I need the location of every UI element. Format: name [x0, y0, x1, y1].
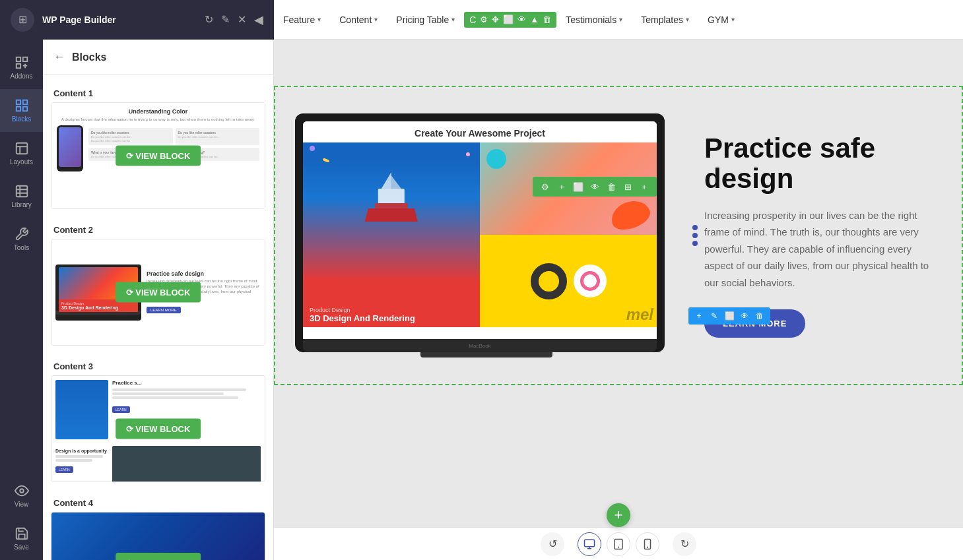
col-delete-icon[interactable]: 🗑 — [753, 309, 766, 323]
svg-rect-2 — [16, 64, 20, 68]
sidebar-item-addons[interactable]: Addons — [0, 46, 43, 89]
sidebar-addons-label: Addons — [11, 73, 33, 80]
chevron-icon: ▾ — [317, 16, 321, 23]
block-item-3[interactable]: Practice s... LEARN — [51, 375, 265, 482]
svg-marker-15 — [382, 172, 391, 189]
undo-button[interactable]: ↺ — [541, 532, 564, 556]
section-eye-icon[interactable]: 👁 — [587, 179, 602, 194]
svg-rect-9 — [16, 143, 27, 154]
section-copy-icon[interactable]: ⬜ — [571, 179, 585, 194]
app-title: WP Page Builder — [42, 15, 116, 25]
nav-content[interactable]: Content ▾ — [330, 9, 387, 30]
mobile-button[interactable] — [636, 532, 659, 556]
nav-up-icon[interactable]: ▲ — [530, 15, 539, 24]
laptop-title: Create Your Awesome Project — [312, 128, 648, 139]
section-toolbar: ⚙ + ⬜ 👁 🗑 ⊞ + — [533, 177, 657, 197]
section-body: Increasing prosperity in our lives can b… — [704, 207, 942, 292]
section-add-icon[interactable]: + — [554, 179, 569, 194]
svg-rect-19 — [585, 540, 595, 547]
section-expand-icon[interactable]: + — [637, 179, 651, 194]
image-title: 3D Design And Rendering — [310, 313, 473, 323]
svg-rect-7 — [16, 107, 20, 111]
laptop-screen-images: Product Design 3D Design And Rendering — [303, 142, 657, 327]
section-title-2: Content 2 — [51, 220, 265, 239]
block-item-4[interactable]: ⟳ VIEW BLOCK — [51, 512, 265, 560]
section-layout-icon[interactable]: ⊞ — [620, 179, 635, 194]
nav-testimonials[interactable]: Testimonials ▾ — [556, 9, 632, 30]
redo-button[interactable]: ↻ — [673, 532, 696, 556]
svg-rect-5 — [16, 100, 20, 104]
blocks-list: Content 1 Understanding Color A designer… — [43, 75, 273, 560]
section-content: Create Your Awesome Project — [275, 87, 962, 384]
view-block-btn-3[interactable]: ⟳ VIEW BLOCK — [116, 419, 201, 439]
desktop-button[interactable] — [578, 532, 601, 556]
block-preview-2: Product Design 3D Design And Rendering P… — [51, 239, 265, 345]
section-delete-icon[interactable]: 🗑 — [604, 179, 618, 194]
laptop-base — [303, 339, 657, 352]
sidebar-item-layouts[interactable]: Layouts — [0, 132, 43, 175]
view-block-btn-4[interactable]: ⟳ VIEW BLOCK — [116, 553, 201, 560]
sidebar-item-blocks[interactable]: Blocks — [0, 89, 43, 132]
section-heading: Practice safe design — [704, 133, 942, 194]
sidebar-item-tools[interactable]: Tools — [0, 218, 43, 261]
section-settings-icon[interactable]: ⚙ — [538, 179, 552, 194]
tablet-button[interactable] — [607, 532, 630, 556]
view-block-btn-1[interactable]: ⟳ VIEW BLOCK — [116, 146, 201, 166]
svg-point-13 — [20, 489, 24, 493]
col-add-icon[interactable]: + — [692, 309, 706, 323]
nav-templates[interactable]: Templates ▾ — [632, 9, 698, 30]
view-block-btn-2[interactable]: ⟳ VIEW BLOCK — [116, 282, 201, 303]
sidebar-item-library[interactable]: Library — [0, 175, 43, 218]
blocks-title: Blocks — [72, 51, 106, 63]
add-section-button[interactable]: + — [607, 503, 630, 527]
laptop-stand — [420, 352, 552, 358]
nav-gym[interactable]: GYM ▾ — [698, 9, 744, 30]
nav-delete-icon[interactable]: 🗑 — [543, 15, 551, 24]
col-eye-icon[interactable]: 👁 — [738, 309, 751, 323]
sidebar-tools-label: Tools — [14, 244, 29, 251]
refresh-icon[interactable]: ↻ — [205, 13, 213, 26]
chevron-icon: ▾ — [619, 16, 622, 23]
chevron-icon: ▾ — [374, 16, 378, 23]
collapse-icon[interactable]: ◀ — [254, 13, 263, 27]
app-logo: ⊞ — [11, 8, 34, 32]
laptop-img-ship: Product Design 3D Design And Rendering — [303, 142, 480, 327]
block-item-2[interactable]: Product Design 3D Design And Rendering P… — [51, 239, 265, 346]
block-item-1[interactable]: Understanding Color A designer knows tha… — [51, 102, 265, 209]
nav-copy-icon[interactable]: ⬜ — [503, 15, 514, 24]
close-icon[interactable]: ✕ — [238, 13, 246, 26]
nav-eye-icon[interactable]: 👁 — [517, 15, 526, 24]
canvas-area: ⚙ + ⬜ 👁 🗑 ⊞ + + ✎ ⬜ 👁 🗑 — [274, 40, 963, 560]
nav-pricing-table[interactable]: Pricing Table ▾ — [387, 9, 464, 30]
sidebar-layouts-label: Layouts — [10, 158, 33, 166]
nav-feature[interactable]: Feature ▾ — [274, 9, 330, 30]
chevron-icon: ▾ — [451, 16, 455, 23]
svg-rect-0 — [16, 57, 20, 61]
section-title-3: Content 3 — [51, 356, 265, 375]
sidebar-item-save[interactable]: Save — [0, 517, 43, 560]
sidebar-blocks-label: Blocks — [12, 115, 31, 123]
laptop-mockup: Create Your Awesome Project — [295, 113, 678, 358]
sidebar-item-view[interactable]: View — [0, 474, 43, 517]
laptop-img-bottom-right: mel — [480, 235, 657, 327]
nav-settings-icon[interactable]: ⚙ — [480, 15, 488, 24]
col-copy-icon[interactable]: ⬜ — [723, 309, 736, 323]
nav-move-icon[interactable]: ✥ — [492, 15, 499, 24]
selected-section: Create Your Awesome Project — [274, 86, 963, 385]
back-button[interactable]: ← — [53, 50, 65, 64]
section-title-4: Content 4 — [51, 493, 265, 512]
svg-rect-14 — [378, 189, 405, 205]
bottom-tool-group: ↺ — [541, 532, 564, 556]
svg-rect-1 — [22, 57, 26, 61]
svg-rect-8 — [22, 107, 26, 111]
sidebar-library-label: Library — [11, 201, 32, 208]
nav-active-label: C — [469, 15, 476, 25]
block-preview-1: Understanding Color A designer knows tha… — [51, 103, 265, 208]
edit-icon[interactable]: ✎ — [221, 13, 230, 26]
icon-sidebar: Addons Blocks Layouts Library Tools View — [0, 40, 43, 560]
svg-rect-12 — [16, 186, 27, 197]
sidebar-view-label: View — [15, 501, 29, 508]
bottom-toolbar: ↺ ↻ — [274, 527, 963, 560]
col-edit-icon[interactable]: ✎ — [708, 309, 721, 323]
blocks-panel: ← Blocks Content 1 Understanding Color A… — [43, 40, 274, 560]
